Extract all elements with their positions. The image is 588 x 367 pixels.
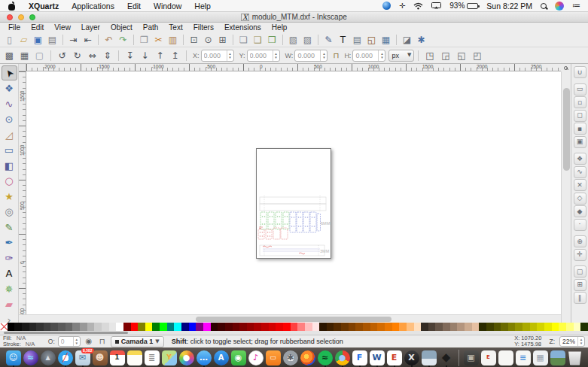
- palette-swatch-27[interactable]: [196, 323, 203, 331]
- snap-bbox-corners-button[interactable]: ◻: [574, 110, 586, 122]
- palette-swatch-31[interactable]: [225, 323, 233, 331]
- menu-path[interactable]: Path: [138, 23, 164, 32]
- w-input[interactable]: [295, 52, 320, 59]
- x-spinner[interactable]: ▲▼: [227, 50, 233, 61]
- canvas[interactable]: 6MM 3MM: [26, 71, 561, 326]
- palette-swatch-7[interactable]: [50, 323, 58, 331]
- palette-swatch-70[interactable]: [508, 323, 516, 331]
- h-spinner[interactable]: ▲▼: [378, 50, 385, 61]
- flip-vertical-button[interactable]: ⇕: [100, 49, 114, 62]
- macos-menu-window[interactable]: Window: [154, 2, 181, 11]
- palette-swatch-55[interactable]: [399, 323, 407, 331]
- selector-tool[interactable]: ➤: [2, 65, 17, 80]
- notification-center-icon[interactable]: ≔: [572, 2, 580, 10]
- print-document-button[interactable]: ▤: [45, 33, 59, 47]
- snap-master-button[interactable]: ∪: [574, 66, 586, 78]
- palette-swatch-71[interactable]: [515, 323, 522, 331]
- menu-layer[interactable]: Layer: [76, 23, 105, 32]
- palette-swatch-3[interactable]: [22, 323, 29, 331]
- palette-swatch-57[interactable]: [414, 323, 422, 331]
- snap-grids-button[interactable]: ⊞: [574, 279, 586, 291]
- align-distribute-button[interactable]: ▦: [379, 33, 393, 47]
- move-patterns-toggle-button[interactable]: ◰: [470, 49, 484, 62]
- palette-swatch-13[interactable]: [94, 323, 102, 331]
- unlink-clone-button[interactable]: ❒: [265, 33, 279, 47]
- scale-corners-toggle-button[interactable]: ◲: [438, 49, 452, 62]
- y-spinner[interactable]: ▲▼: [273, 50, 279, 61]
- vertical-scrollbar[interactable]: [561, 71, 571, 326]
- calligraphy-tool[interactable]: ✑: [2, 250, 17, 265]
- snap-path-intersections-button[interactable]: ✕: [574, 179, 586, 191]
- palette-swatch-45[interactable]: [327, 323, 334, 331]
- dock-word[interactable]: W: [370, 350, 385, 365]
- menubar-app-status-icon[interactable]: [382, 2, 391, 10]
- dock-minimized-window-1[interactable]: ▣: [464, 350, 479, 365]
- zoom-tool[interactable]: ⊙: [2, 112, 17, 127]
- palette-swatch-76[interactable]: [552, 323, 559, 331]
- palette-swatch-78[interactable]: [566, 323, 574, 331]
- cut-button[interactable]: ✂: [151, 33, 166, 47]
- undo-button[interactable]: ↶: [102, 33, 116, 47]
- palette-swatch-37[interactable]: [269, 323, 276, 331]
- palette-swatch-2[interactable]: [14, 323, 22, 331]
- snap-nodes-button[interactable]: ❖: [574, 153, 586, 165]
- dock-reminders[interactable]: ≣: [145, 350, 160, 365]
- horizontal-scrollbar[interactable]: [19, 314, 561, 323]
- y-input[interactable]: [248, 52, 273, 59]
- document-properties-button[interactable]: ◪: [400, 33, 414, 47]
- palette-swatch-4[interactable]: [29, 323, 37, 331]
- palette-swatch-53[interactable]: [385, 323, 392, 331]
- palette-swatch-9[interactable]: [66, 323, 73, 331]
- rectangle-tool[interactable]: ▭: [2, 143, 17, 158]
- palette-swatch-46[interactable]: [334, 323, 341, 331]
- siri-icon[interactable]: [555, 2, 564, 11]
- palette-swatch-61[interactable]: [443, 323, 450, 331]
- deselect-button[interactable]: ▢: [32, 49, 47, 62]
- palette-swatch-65[interactable]: [472, 323, 480, 331]
- dock-eagle[interactable]: E: [387, 350, 402, 365]
- dock-app-store[interactable]: A: [214, 350, 229, 365]
- palette-swatch-23[interactable]: [167, 323, 175, 331]
- flip-horizontal-button[interactable]: ⇔: [85, 49, 99, 62]
- palette-swatch-32[interactable]: [233, 323, 240, 331]
- palette-swatch-67[interactable]: [486, 323, 494, 331]
- snap-guides-button[interactable]: ∥: [574, 292, 586, 304]
- palette-swatch-47[interactable]: [341, 323, 349, 331]
- titlebar[interactable]: Xmodulo_MTM.dxf - Inkscape: [0, 12, 588, 23]
- palette-swatch-56[interactable]: [407, 323, 414, 331]
- palette-swatch-62[interactable]: [450, 323, 458, 331]
- spiral-tool[interactable]: ◎: [2, 205, 17, 220]
- palette-scrollbar-thumb[interactable]: [4, 332, 128, 334]
- create-clone-button[interactable]: ❑: [251, 33, 265, 47]
- apple-menu-icon[interactable]: [8, 2, 16, 11]
- star-tool[interactable]: ★: [2, 189, 17, 204]
- import-button[interactable]: ⇥: [66, 33, 81, 47]
- palette-swatch-6[interactable]: [44, 323, 51, 331]
- palette-swatch-54[interactable]: [392, 323, 400, 331]
- vertical-scrollbar-thumb[interactable]: [563, 88, 570, 171]
- menu-object[interactable]: Object: [105, 23, 138, 32]
- move-gradients-toggle-button[interactable]: ◱: [454, 49, 468, 62]
- palette-swatch-42[interactable]: [305, 323, 312, 331]
- palette-swatch-59[interactable]: [428, 323, 436, 331]
- dock-minimized-photo[interactable]: [550, 350, 565, 365]
- lower-to-bottom-button[interactable]: ↧: [123, 49, 137, 62]
- snap-bbox-edges-button[interactable]: ▫: [574, 96, 586, 108]
- dock-finder[interactable]: ☺: [6, 350, 21, 365]
- zoom-to-selection-button[interactable]: ⊡: [187, 33, 201, 47]
- dock-xquartz[interactable]: X: [404, 350, 419, 365]
- menu-help[interactable]: Help: [267, 23, 293, 32]
- palette-swatch-60[interactable]: [435, 323, 443, 331]
- ellipse-tool[interactable]: ○: [2, 174, 17, 189]
- snap-bbox-centers-button[interactable]: ▣: [574, 136, 586, 148]
- snap-line-midpoints-button[interactable]: ·: [574, 219, 586, 231]
- palette-swatch-73[interactable]: [530, 323, 538, 331]
- h-input[interactable]: [353, 52, 378, 59]
- x-input[interactable]: [202, 52, 227, 59]
- palette-swatch-24[interactable]: [174, 323, 181, 331]
- macos-menu-edit[interactable]: Edit: [127, 2, 141, 11]
- dock-minimized-window-4[interactable]: ≡: [516, 350, 531, 365]
- dock-mail[interactable]: ✉8,582: [75, 350, 90, 365]
- menu-text[interactable]: Text: [163, 23, 187, 32]
- palette-swatch-30[interactable]: [218, 323, 225, 331]
